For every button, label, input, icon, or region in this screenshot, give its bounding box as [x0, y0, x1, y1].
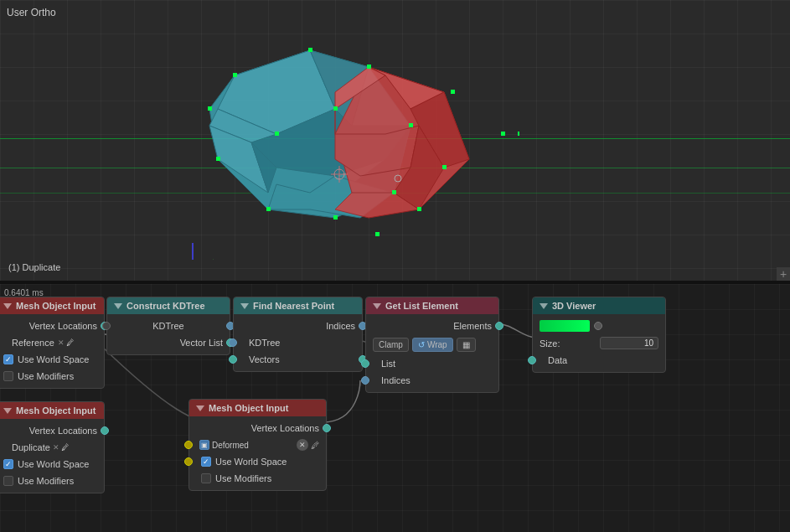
- socket-elements-out[interactable]: [495, 322, 503, 330]
- node-kdtree-header: Construct KDTree: [107, 297, 230, 314]
- svg-rect-19: [409, 123, 413, 127]
- socket-data-in[interactable]: [528, 356, 536, 364]
- color-swatch-row: [533, 318, 665, 334]
- row-elements-out: Elements: [366, 318, 498, 334]
- viewport-bottom-label: (1) Duplicate: [8, 262, 60, 272]
- row-vertex-locations-out: Vertex Locations: [0, 318, 104, 334]
- row-use-modifiers-1: Use Modifiers: [0, 368, 104, 385]
- collapse-icon[interactable]: [540, 303, 548, 309]
- svg-rect-34: [375, 232, 380, 236]
- svg-rect-20: [392, 190, 396, 194]
- viewport-3d[interactable]: User Ortho (1) Duplicate +: [0, 0, 790, 281]
- node-mesh-input-2-header: Mesh Object Input: [189, 400, 326, 416]
- wrap-button[interactable]: ↺ Wrap: [412, 338, 453, 352]
- row-indices-in: Indices: [366, 372, 498, 389]
- node-find-nearest: Find Nearest Point Indices KDTree Vector…: [233, 297, 363, 372]
- socket-vertex-locs-2-out[interactable]: [323, 424, 331, 432]
- svg-rect-22: [266, 207, 271, 211]
- deformed-mesh-icon: ▣: [199, 440, 209, 450]
- node-3d-viewer-body: Size: 10 Data: [533, 314, 665, 372]
- row-vertex-locs-2-out: Vertex Locations: [189, 420, 326, 436]
- node-get-list-element: Get List Element Elements Clamp ↺ Wrap ▦: [365, 297, 499, 393]
- row-data-in: Data: [533, 352, 665, 369]
- svg-rect-25: [275, 132, 279, 136]
- row-duplicate: Duplicate ✕ 🖉: [0, 439, 104, 456]
- svg-rect-26: [333, 106, 338, 111]
- node-construct-kdtree: Construct KDTree KDTree Vector List: [106, 297, 230, 355]
- svg-rect-17: [308, 48, 312, 52]
- svg-rect-28: [451, 90, 455, 94]
- svg-rect-27: [518, 132, 519, 136]
- size-field[interactable]: 10: [600, 337, 658, 349]
- svg-rect-18: [367, 65, 371, 69]
- socket-list-in[interactable]: [361, 359, 369, 368]
- row-vectors-find: Vectors: [234, 351, 362, 368]
- node-mesh-input-1: Mesh Object Input Vertex Locations Refer…: [0, 297, 105, 389]
- node-mesh-input-1-body: Vertex Locations Reference ✕ 🖉 ✓ Use Wor…: [0, 314, 104, 388]
- collapse-icon[interactable]: [3, 408, 12, 414]
- row-modifiers-partial: Use Modifiers: [0, 473, 104, 489]
- node-mesh-input-partial-2: Mesh Object Input Vertex Locations Dupli…: [0, 401, 105, 493]
- socket-vectors-in[interactable]: [229, 355, 237, 364]
- checkbox-modifiers-2[interactable]: [201, 473, 211, 483]
- checkbox-modifiers-partial[interactable]: [3, 476, 13, 486]
- deformed-clear-btn[interactable]: ✕: [297, 439, 308, 451]
- node-find-nearest-body: Indices KDTree Vectors: [234, 314, 362, 371]
- row-use-world-space-1: ✓ Use World Space: [0, 351, 104, 368]
- collapse-icon[interactable]: [196, 405, 204, 411]
- clamp-button[interactable]: Clamp: [373, 338, 409, 352]
- socket-world-space-in[interactable]: [184, 457, 193, 466]
- node-mesh-input-1-header: Mesh Object Input: [0, 297, 104, 314]
- collapse-icon[interactable]: [3, 303, 12, 309]
- node-mesh-input-2: Mesh Object Input Vertex Locations ▣ Def…: [188, 399, 327, 491]
- row-indices-out: Indices: [234, 318, 362, 334]
- node-mesh-partial-2-body: Vertex Locations Duplicate ✕ 🖉 ✓ Use Wor…: [0, 419, 104, 493]
- row-world-space-partial: ✓ Use World Space: [0, 456, 104, 473]
- checkbox-world-partial[interactable]: ✓: [3, 459, 13, 469]
- row-list-in: List: [366, 355, 498, 372]
- node-3d-viewer-header: 3D Viewer: [533, 297, 665, 314]
- node-kdtree-body: KDTree Vector List: [107, 314, 230, 354]
- row-use-modifiers-2: Use Modifiers: [189, 470, 326, 487]
- collapse-icon[interactable]: [373, 303, 381, 309]
- socket-kdtree-find-in[interactable]: [229, 338, 237, 347]
- row-use-world-space-2: ✓ Use World Space: [189, 453, 326, 470]
- checkbox-modifiers-1[interactable]: [3, 371, 13, 381]
- node-clamp-wrap-buttons: Clamp ↺ Wrap ▦: [366, 334, 498, 355]
- row-kdtree-find: KDTree: [234, 334, 362, 351]
- svg-rect-33: [501, 132, 505, 136]
- node-get-list-body: Elements Clamp ↺ Wrap ▦ List: [366, 314, 498, 392]
- size-row: Size: 10: [533, 334, 665, 352]
- color-dot-btn[interactable]: [594, 322, 602, 330]
- node-3d-viewer: 3D Viewer Size: 10 Data: [532, 297, 666, 373]
- socket-vertex-partial-out[interactable]: [101, 426, 109, 435]
- row-kdtree-in: KDTree: [107, 318, 230, 334]
- row-vertex-locs-partial: Vertex Locations: [0, 422, 104, 439]
- svg-rect-21: [333, 215, 338, 220]
- color-swatch[interactable]: [540, 320, 590, 332]
- checkbox-world-space-2[interactable]: ✓: [201, 457, 211, 467]
- eyedropper-icon[interactable]: 🖉: [311, 441, 319, 450]
- socket-indices-in[interactable]: [361, 376, 369, 385]
- svg-rect-32: [417, 207, 421, 211]
- socket-kdtree-in[interactable]: [102, 322, 111, 330]
- checkbox-world-space-1[interactable]: ✓: [3, 354, 13, 364]
- row-vector-list: Vector List: [107, 334, 230, 351]
- collapse-icon[interactable]: [114, 303, 122, 309]
- svg-rect-30: [442, 165, 447, 169]
- row-reference: Reference ✕ 🖉: [0, 334, 104, 351]
- viewport-corner-btn[interactable]: +: [777, 267, 790, 281]
- socket-deformed-in[interactable]: [184, 441, 193, 449]
- collapse-icon[interactable]: [240, 303, 249, 309]
- svg-rect-24: [208, 106, 212, 111]
- svg-rect-16: [233, 73, 237, 77]
- node-find-nearest-header: Find Nearest Point: [234, 297, 362, 314]
- node-editor[interactable]: 0.6401 ms Mesh Object Input Vertex Locat…: [0, 284, 790, 532]
- node-get-list-header: Get List Element: [366, 297, 498, 314]
- svg-rect-23: [216, 157, 220, 161]
- viewport-title: User Ortho: [7, 7, 56, 18]
- node-mesh-partial-2-header: Mesh Object Input: [0, 402, 104, 419]
- row-deformed: ▣ Deformed ✕ 🖉: [189, 436, 326, 453]
- grid-icon-btn[interactable]: ▦: [457, 338, 476, 352]
- mesh-3d: [168, 25, 519, 260]
